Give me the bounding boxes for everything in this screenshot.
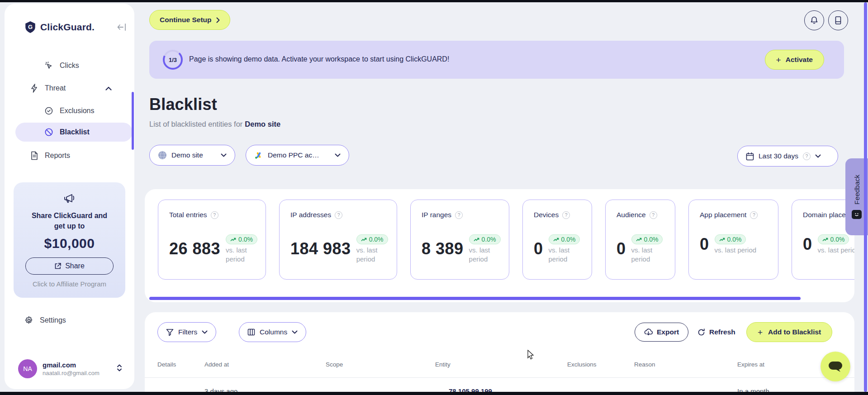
trend-value: 0.0% xyxy=(238,236,253,243)
column-header-scope[interactable]: Scope xyxy=(326,361,343,368)
column-header-reason[interactable]: Reason xyxy=(634,361,655,368)
stat-vs-label: vs. last period xyxy=(356,246,386,263)
stat-vs-label: vs. last period xyxy=(549,246,579,263)
help-icon[interactable]: ? xyxy=(650,211,657,219)
blacklist-table-panel: Filters Columns Export Refresh + Add to … xyxy=(145,312,854,395)
help-icon[interactable]: ? xyxy=(455,211,463,219)
export-label: Export xyxy=(657,328,679,336)
docs-button[interactable] xyxy=(828,10,848,30)
trend-badge: 0.0% xyxy=(226,234,257,244)
calendar-icon xyxy=(746,152,754,161)
chevron-right-icon xyxy=(216,17,220,23)
page-subtitle: List of blacklisted entities forDemo sit… xyxy=(149,120,280,128)
trend-up-icon xyxy=(553,238,559,242)
continue-setup-button[interactable]: Continue Setup xyxy=(149,10,230,30)
share-heading: Share ClickGuard and get up to xyxy=(14,210,125,231)
stat-value: 0 xyxy=(534,239,543,258)
stats-horizontal-scrollbar[interactable] xyxy=(149,297,801,300)
column-header-details[interactable]: Details xyxy=(157,361,176,368)
share-button[interactable]: Share xyxy=(25,257,114,275)
filters-label: Filters xyxy=(178,328,197,336)
sidebar-item-label: Threat xyxy=(45,85,66,92)
column-header-added-at[interactable]: Added at xyxy=(204,361,229,368)
trend-value: 0.0% xyxy=(830,236,845,243)
stat-card-devices: Devices? 0 0.0% vs. last period xyxy=(522,200,592,280)
date-range-selector[interactable]: Last 30 days ? xyxy=(737,146,838,167)
trend-up-icon xyxy=(230,238,236,242)
affiliate-caption: Click to Affiliate Program xyxy=(14,280,125,288)
share-amount: $10,000 xyxy=(14,236,125,251)
export-button[interactable]: Export xyxy=(635,323,688,342)
sidebar-item-threat[interactable]: Threat xyxy=(5,82,134,94)
columns-button[interactable]: Columns xyxy=(239,322,306,342)
stat-value: 26 883 xyxy=(169,239,220,258)
refresh-label: Refresh xyxy=(709,328,735,336)
account-switcher[interactable]: NA gmail.com naatali.ro@gmail.com xyxy=(18,359,122,378)
stat-label: Audience xyxy=(617,211,646,219)
setup-progress-value: 1/3 xyxy=(165,52,181,68)
stat-value: 184 983 xyxy=(290,239,351,258)
chevron-down-icon xyxy=(815,154,821,158)
plus-icon: + xyxy=(776,56,781,64)
top-edge-bar xyxy=(0,0,868,2)
collapse-sidebar-icon[interactable] xyxy=(117,23,126,31)
sidebar-item-settings[interactable]: Settings xyxy=(24,316,66,325)
sidebar-item-blacklist[interactable]: Blacklist xyxy=(15,123,133,142)
stat-label: App placement xyxy=(700,211,746,219)
share-button-label: Share xyxy=(65,262,85,270)
account-email: naatali.ro@gmail.com xyxy=(43,370,100,376)
document-icon xyxy=(30,151,38,160)
stat-vs-label: vs. last period xyxy=(715,246,769,255)
google-ads-icon xyxy=(254,151,263,160)
account-name: gmail.com xyxy=(43,361,100,369)
help-icon[interactable]: ? xyxy=(562,211,570,219)
sidebar-item-reports[interactable]: Reports xyxy=(5,149,134,162)
trend-up-icon xyxy=(361,238,367,242)
cloud-download-icon xyxy=(644,328,653,336)
svg-text:G: G xyxy=(28,24,33,30)
activate-label: Activate xyxy=(786,56,813,64)
help-icon[interactable]: ? xyxy=(211,211,218,219)
trend-up-icon xyxy=(822,238,828,242)
column-header-entity[interactable]: Entity xyxy=(435,361,451,368)
stat-card-total-entries: Total entries? 26 883 0.0% vs. last peri… xyxy=(158,200,266,280)
trend-badge: 0.0% xyxy=(818,234,849,244)
notifications-button[interactable] xyxy=(804,10,824,30)
column-header-expires-at[interactable]: Expires at xyxy=(737,361,764,368)
plus-icon: + xyxy=(758,328,763,337)
feedback-label: Feedback xyxy=(853,175,861,205)
site-selector[interactable]: Demo site xyxy=(149,145,235,166)
chevron-down-icon xyxy=(202,330,208,334)
trend-value: 0.0% xyxy=(727,236,742,243)
affiliate-share-card[interactable]: Share ClickGuard and get up to $10,000 S… xyxy=(14,182,125,298)
bell-icon xyxy=(810,16,819,25)
columns-icon xyxy=(247,328,255,336)
column-header-exclusions[interactable]: Exclusions xyxy=(567,361,597,368)
chat-launcher-button[interactable] xyxy=(821,352,850,381)
columns-label: Columns xyxy=(260,328,287,336)
trend-badge: 0.0% xyxy=(469,234,501,244)
chat-smile-icon xyxy=(852,210,862,219)
activate-button[interactable]: + Activate xyxy=(765,50,824,70)
stat-value: 0 xyxy=(617,239,626,258)
trend-badge: 0.0% xyxy=(715,234,746,244)
help-icon[interactable]: ? xyxy=(750,211,758,219)
ppc-selector-value: Demo PPC ac… xyxy=(268,151,319,159)
bottom-edge-bar xyxy=(0,392,868,395)
subtitle-target: Demo site xyxy=(245,120,280,128)
site-selector-value: Demo site xyxy=(171,151,203,159)
stat-card-ip-ranges: IP ranges? 8 389 0.0% vs. last period xyxy=(410,200,509,280)
page-scrollbar[interactable] xyxy=(864,2,867,392)
stat-vs-label: vs. last period xyxy=(469,246,499,263)
help-icon[interactable]: ? xyxy=(335,211,342,219)
refresh-button[interactable]: Refresh xyxy=(697,323,735,342)
add-to-blacklist-button[interactable]: + Add to Blacklist xyxy=(746,322,832,342)
chevron-up-icon xyxy=(105,86,112,90)
sidebar-item-exclusions[interactable]: Exclusions xyxy=(5,105,134,117)
trend-up-icon xyxy=(636,238,642,242)
trend-value: 0.0% xyxy=(369,236,384,243)
sidebar-item-clicks[interactable]: Clicks xyxy=(5,60,134,71)
filters-button[interactable]: Filters xyxy=(157,322,216,342)
ppc-account-selector[interactable]: Demo PPC ac… xyxy=(246,145,349,166)
sidebar-scrollbar[interactable] xyxy=(132,92,134,150)
